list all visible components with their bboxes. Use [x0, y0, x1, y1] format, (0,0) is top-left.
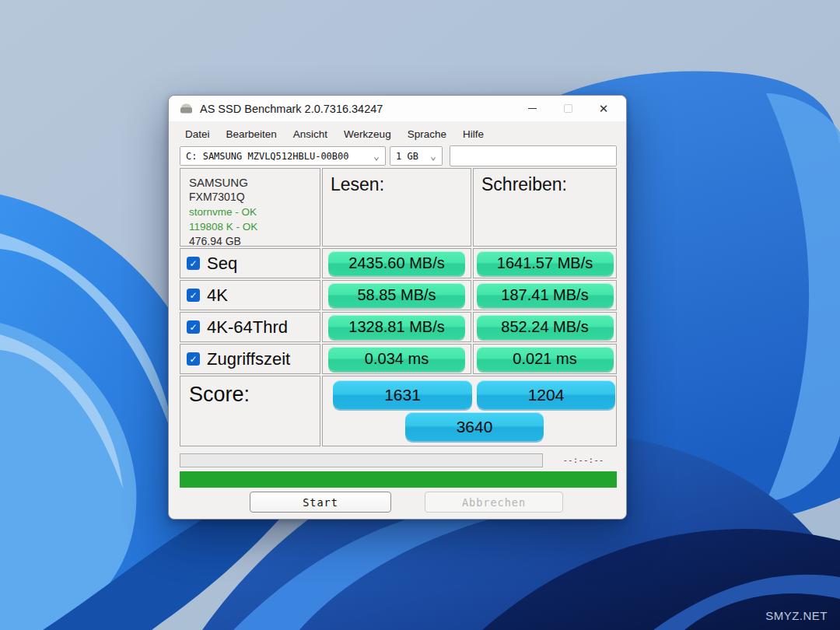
score-label-cell: Score: [180, 376, 320, 446]
4k-write-cell: 187.41 MB/s [473, 280, 617, 310]
write-header: Schreiben: [474, 169, 616, 195]
access-write-cell: 0.021 ms [473, 344, 617, 374]
drive-firmware: FXM7301Q [189, 190, 311, 205]
extra-field[interactable] [450, 145, 617, 166]
table-header-row: SAMSUNG FXM7301Q stornvme - OK 119808 K … [180, 168, 617, 247]
score-label: Score: [180, 376, 320, 407]
seq-read-cell: 2435.60 MB/s [322, 248, 471, 278]
window-title: AS SSD Benchmark 2.0.7316.34247 [200, 103, 383, 115]
table-row-access-time: ✓ Zugriffszeit 0.034 ms 0.021 ms [180, 344, 617, 374]
drive-select[interactable]: C: SAMSUNG MZVLQ512HBLU-00B00 ⌄ [180, 146, 386, 166]
checkbox-4k64[interactable]: ✓ [187, 320, 200, 334]
seq-label-cell: ✓ Seq [180, 248, 320, 278]
checkbox-access-time[interactable]: ✓ [187, 352, 200, 366]
menu-hilfe[interactable]: Hilfe [463, 128, 484, 140]
4k64-read-cell: 1328.81 MB/s [322, 312, 471, 342]
menu-datei[interactable]: Datei [185, 128, 210, 140]
close-icon: ✕ [599, 102, 609, 116]
results-table: SAMSUNG FXM7301Q stornvme - OK 119808 K … [180, 168, 617, 448]
read-header: Lesen: [323, 169, 471, 195]
minimize-icon [528, 108, 537, 109]
access-read-value: 0.034 ms [328, 347, 465, 371]
minimize-button[interactable] [514, 96, 550, 121]
maximize-button[interactable] [550, 96, 586, 121]
overall-progress-bar [180, 471, 617, 488]
read-header-cell: Lesen: [322, 168, 471, 247]
test-size-value: 1 GB [390, 151, 425, 162]
test-size-select[interactable]: 1 GB ⌄ [390, 146, 443, 166]
drive-info-cell: SAMSUNG FXM7301Q stornvme - OK 119808 K … [180, 168, 320, 247]
checkbox-4k[interactable]: ✓ [187, 289, 200, 302]
seq-read-value: 2435.60 MB/s [328, 251, 465, 275]
4k64-label-cell: ✓ 4K-64Thrd [180, 312, 320, 342]
driver-status: stornvme - OK [189, 205, 311, 219]
score-write-value: 1204 [477, 380, 615, 409]
check-icon: ✓ [189, 354, 197, 365]
maximize-icon [564, 104, 572, 113]
checkbox-seq[interactable]: ✓ [187, 257, 200, 270]
menubar: Datei Bearbeiten Ansicht Werkzeug Sprach… [169, 123, 484, 145]
row-label: Zugriffszeit [207, 349, 290, 369]
check-icon: ✓ [189, 290, 197, 301]
score-read-value: 1631 [333, 380, 472, 409]
check-icon: ✓ [189, 258, 197, 269]
table-row-4k: ✓ 4K 58.85 MB/s 187.41 MB/s [180, 280, 617, 310]
4k-label-cell: ✓ 4K [180, 280, 320, 310]
titlebar: AS SSD Benchmark 2.0.7316.34247 ✕ [169, 96, 626, 121]
access-label-cell: ✓ Zugriffszeit [180, 344, 320, 374]
4k-read-value: 58.85 MB/s [328, 283, 465, 307]
menu-ansicht[interactable]: Ansicht [293, 128, 327, 140]
4k-read-cell: 58.85 MB/s [322, 280, 471, 310]
access-write-value: 0.021 ms [477, 347, 614, 371]
menu-werkzeug[interactable]: Werkzeug [344, 128, 391, 140]
menu-bearbeiten[interactable]: Bearbeiten [226, 128, 277, 140]
seq-write-value: 1641.57 MB/s [477, 251, 614, 275]
write-header-cell: Schreiben: [473, 168, 617, 247]
app-drive-icon [180, 103, 194, 115]
table-row-seq: ✓ Seq 2435.60 MB/s 1641.57 MB/s [180, 248, 617, 278]
watermark: SMYZ.NET [765, 609, 828, 622]
app-window: AS SSD Benchmark 2.0.7316.34247 ✕ Datei … [168, 95, 627, 520]
score-total-value: 3640 [405, 412, 544, 441]
score-values-cell: 1631 1204 3640 [322, 376, 617, 446]
chevron-down-icon: ⌄ [368, 152, 385, 160]
drive-vendor: SAMSUNG [189, 175, 311, 190]
cancel-button: Abbrechen [425, 492, 563, 513]
alignment-status: 119808 K - OK [189, 219, 311, 234]
menu-sprache[interactable]: Sprache [408, 128, 446, 140]
4k64-read-value: 1328.81 MB/s [328, 315, 465, 339]
drive-capacity: 476.94 GB [189, 234, 311, 249]
progress-bar [180, 453, 543, 467]
toolbar: C: SAMSUNG MZVLQ512HBLU-00B00 ⌄ 1 GB ⌄ [169, 145, 626, 169]
4k64-write-value: 852.24 MB/s [477, 315, 614, 339]
drive-select-value: C: SAMSUNG MZVLQ512HBLU-00B00 [180, 151, 368, 162]
start-button[interactable]: Start [250, 492, 391, 513]
4k64-write-cell: 852.24 MB/s [473, 312, 617, 342]
chevron-down-icon: ⌄ [425, 152, 442, 160]
row-label: 4K [207, 285, 228, 306]
row-label: 4K-64Thrd [207, 317, 288, 338]
score-row: Score: 1631 1204 3640 [180, 376, 617, 446]
close-button[interactable]: ✕ [586, 96, 621, 121]
check-icon: ✓ [189, 322, 197, 333]
seq-write-cell: 1641.57 MB/s [473, 248, 617, 278]
4k-write-value: 187.41 MB/s [477, 283, 614, 307]
table-row-4k64: ✓ 4K-64Thrd 1328.81 MB/s 852.24 MB/s [180, 312, 617, 342]
row-label: Seq [207, 254, 237, 274]
elapsed-timer: --:--:-- [550, 455, 617, 465]
access-read-cell: 0.034 ms [322, 344, 471, 374]
